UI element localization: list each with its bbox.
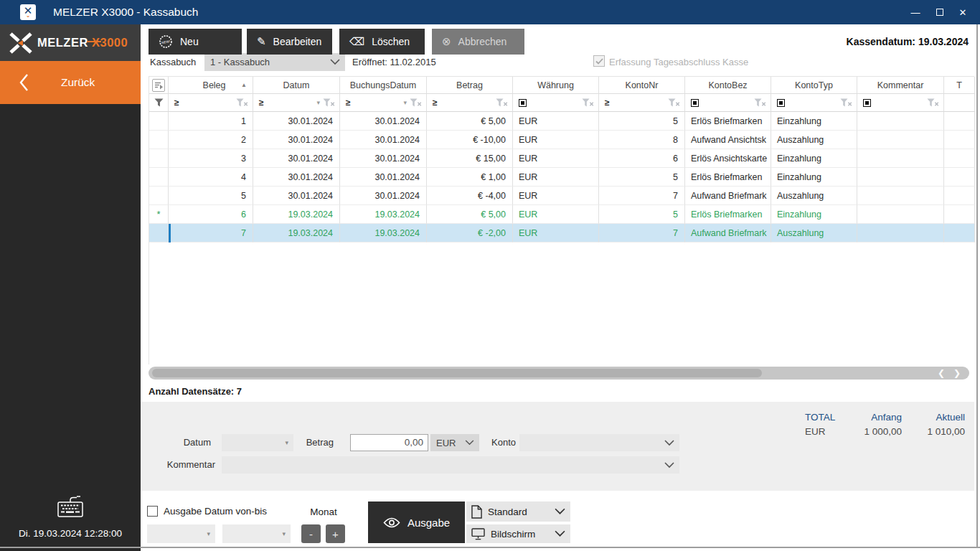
column-header-kontotyp[interactable]: KontoTyp	[771, 77, 857, 94]
cell-betrag[interactable]: € 5,00	[427, 112, 513, 131]
column-header-datum[interactable]: Datum	[253, 77, 340, 94]
report-format-select[interactable]: Standard	[466, 501, 570, 522]
column-header-buchungsdatum[interactable]: BuchungsDatum	[340, 77, 427, 94]
date-from-select[interactable]: ▾	[147, 524, 215, 543]
filter-cell-kontotyp[interactable]	[771, 94, 857, 112]
cell-währung[interactable]: EUR	[513, 149, 599, 168]
clear-filter-icon[interactable]	[668, 98, 680, 107]
filter-operator-icon[interactable]: ≥	[174, 98, 179, 108]
filter-operator-icon[interactable]	[777, 99, 785, 107]
table-row[interactable]: 230.01.202430.01.2024€ -10,00EUR8Aufwand…	[149, 131, 974, 149]
cell-datum[interactable]: 30.01.2024	[253, 149, 340, 168]
filter-cell-kommentar[interactable]	[857, 94, 944, 112]
ausgabe-range-checkbox[interactable]	[147, 506, 158, 517]
cell-betrag[interactable]: € -4,00	[427, 187, 513, 205]
cell-datum[interactable]: 19.03.2024	[253, 224, 340, 242]
clear-filter-icon[interactable]	[582, 98, 594, 107]
filter-cell-kontobez[interactable]	[685, 94, 771, 112]
cell-datum[interactable]: 30.01.2024	[253, 168, 340, 187]
filter-cell-währung[interactable]	[513, 94, 599, 112]
cell-kommentar[interactable]	[857, 187, 944, 205]
cell-t[interactable]	[944, 149, 975, 168]
cell-betrag[interactable]: € 15,00	[427, 149, 513, 168]
cell-kommentar[interactable]	[857, 149, 944, 168]
cell-beleg[interactable]: 4	[169, 168, 253, 187]
cell-t[interactable]	[944, 187, 975, 205]
filter-operator-icon[interactable]: ≥	[259, 98, 264, 108]
column-header-währung[interactable]: Währung	[513, 77, 599, 94]
scrollbar-thumb[interactable]	[152, 369, 762, 377]
filter-operator-icon[interactable]: ≥	[433, 98, 438, 108]
column-header-kommentar[interactable]: Kommentar	[857, 77, 944, 94]
cell-kontobez[interactable]: Erlös Briefmarken	[685, 168, 771, 187]
cell-t[interactable]	[944, 224, 975, 242]
cell-kommentar[interactable]	[857, 224, 944, 242]
cell-kontobez[interactable]: Aufwand Ansichtsk	[685, 131, 771, 149]
cell-währung[interactable]: EUR	[513, 112, 599, 131]
clear-filter-icon[interactable]	[410, 98, 422, 107]
ausgabe-button[interactable]: Ausgabe	[368, 501, 465, 543]
kommentar-select[interactable]	[222, 456, 679, 474]
cell-buchungsdatum[interactable]: 30.01.2024	[340, 168, 427, 187]
cell-beleg[interactable]: 6	[169, 205, 253, 224]
cell-beleg[interactable]: 3	[169, 149, 253, 168]
cell-t[interactable]	[944, 131, 975, 149]
cell-kommentar[interactable]	[857, 205, 944, 224]
column-header-t[interactable]: T	[944, 77, 975, 94]
cell-kontotyp[interactable]: Auszahlung	[771, 187, 857, 205]
cell-kontotyp[interactable]: Auszahlung	[771, 224, 857, 242]
clear-filter-icon[interactable]	[754, 98, 766, 107]
cell-kontonr[interactable]: 5	[599, 168, 685, 187]
cell-t[interactable]	[944, 205, 975, 224]
column-header-kontobez[interactable]: KontoBez	[685, 77, 771, 94]
clear-filter-icon[interactable]	[236, 98, 248, 107]
table-row[interactable]: *619.03.202419.03.2024€ 5,00EUR5Erlös Br…	[149, 205, 974, 224]
cell-datum[interactable]: 30.01.2024	[253, 112, 340, 131]
maximize-button[interactable]	[928, 0, 951, 24]
scroll-left-icon[interactable]: ❮	[938, 368, 945, 378]
cell-kontonr[interactable]: 5	[599, 205, 685, 224]
cell-buchungsdatum[interactable]: 19.03.2024	[340, 224, 427, 242]
filter-cell-betrag[interactable]: ≥	[427, 94, 513, 112]
cell-kontotyp[interactable]: Einzahlung	[771, 149, 857, 168]
cell-währung[interactable]: EUR	[513, 131, 599, 149]
neu-button[interactable]: NEW! Neu	[149, 29, 242, 55]
bearbeiten-button[interactable]: ✎ Bearbeiten	[247, 29, 332, 55]
table-row[interactable]: 530.01.202430.01.2024€ -4,00EUR7Aufwand …	[149, 187, 974, 205]
cell-kommentar[interactable]	[857, 131, 944, 149]
horizontal-scrollbar[interactable]: ❮ ❯	[149, 367, 969, 380]
cell-buchungsdatum[interactable]: 19.03.2024	[340, 205, 427, 224]
filter-icon[interactable]	[149, 94, 169, 112]
cell-kontotyp[interactable]: Einzahlung	[771, 168, 857, 187]
filter-cell-datum[interactable]: ≥▾	[253, 94, 340, 112]
table-row[interactable]: 719.03.202419.03.2024€ -2,00EUR7Aufwand …	[149, 224, 974, 242]
cell-kontobez[interactable]: Erlös Briefmarken	[685, 112, 771, 131]
cell-t[interactable]	[944, 112, 975, 131]
cell-datum[interactable]: 30.01.2024	[253, 131, 340, 149]
cell-währung[interactable]: EUR	[513, 224, 599, 242]
column-header-beleg[interactable]: Beleg▲	[169, 77, 253, 94]
filter-operator-icon[interactable]	[519, 99, 527, 107]
scroll-right-icon[interactable]: ❯	[953, 368, 961, 378]
cell-beleg[interactable]: 2	[169, 131, 253, 149]
caret-down-icon[interactable]: ▾	[403, 99, 407, 106]
cell-buchungsdatum[interactable]: 30.01.2024	[340, 112, 427, 131]
cell-t[interactable]	[944, 168, 975, 187]
close-button[interactable]: ✕	[951, 0, 974, 24]
cell-kontonr[interactable]: 5	[599, 112, 685, 131]
minimize-button[interactable]: —	[904, 0, 927, 24]
filter-cell-kontonr[interactable]: ≥	[599, 94, 685, 112]
kassabuch-select[interactable]: 1 - Kassabuch	[204, 53, 345, 71]
cell-kontotyp[interactable]: Einzahlung	[771, 205, 857, 224]
column-header-betrag[interactable]: Betrag	[427, 77, 513, 94]
cell-datum[interactable]: 30.01.2024	[253, 187, 340, 205]
cell-währung[interactable]: EUR	[513, 187, 599, 205]
tagesabschluss-checkbox[interactable]	[593, 55, 605, 67]
cell-kontobez[interactable]: Erlös Briefmarken	[685, 205, 771, 224]
filter-operator-icon[interactable]	[863, 99, 871, 107]
table-row[interactable]: 330.01.202430.01.2024€ 15,00EUR6Erlös An…	[149, 149, 974, 168]
table-row[interactable]: 430.01.202430.01.2024€ 1,00EUR5Erlös Bri…	[149, 168, 974, 187]
column-chooser-button[interactable]	[149, 77, 169, 94]
filter-cell-buchungsdatum[interactable]: ≥▾	[340, 94, 427, 112]
cell-kontobez[interactable]: Erlös Ansichtskarte	[685, 149, 771, 168]
